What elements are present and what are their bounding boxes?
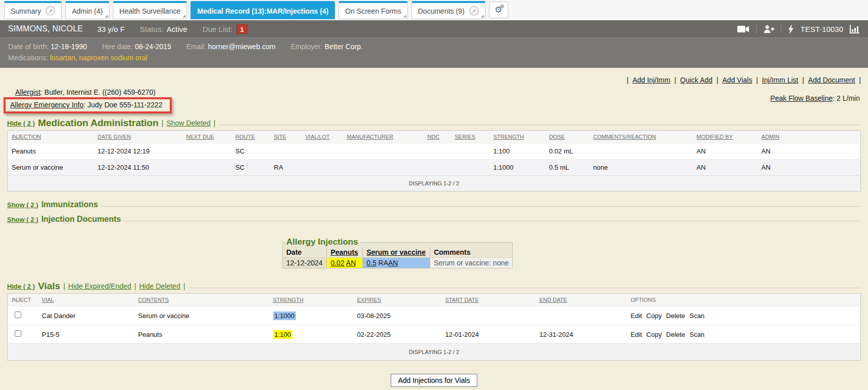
col-next-due[interactable]: NEXT DUE (182, 131, 232, 143)
col-vial-lot[interactable]: VIAL/LOT (301, 131, 343, 143)
copy-link[interactable]: Copy (647, 331, 662, 338)
cell-series (451, 160, 489, 176)
col-inject: INJECT (8, 294, 38, 306)
tab-medical-record-active[interactable]: Medical Record (13):MAR/Injections (4) (191, 1, 335, 19)
serum-column-link[interactable]: Serum or vaccine (366, 248, 426, 256)
bar-chart-icon[interactable] (850, 25, 860, 33)
table-row[interactable]: Serum or vaccine 12-12-2024 11:50 SC RA … (8, 160, 861, 176)
allergy-info-row: Allergist: Butler, Internist E. ((260) 4… (0, 88, 868, 113)
pipe-separator: | (756, 76, 758, 84)
popout-icon[interactable]: ↗ (46, 6, 55, 16)
show-deleted-link[interactable]: Show Deleted (166, 119, 210, 127)
col-series[interactable]: SERIES (451, 131, 489, 143)
copy-link[interactable]: Copy (647, 312, 662, 320)
hide-expired-ended-link[interactable]: Hide Expired/Ended (68, 282, 132, 290)
medication-link-losartan[interactable]: losartan (50, 54, 75, 62)
pipe-separator: | (802, 76, 804, 84)
serum-dose-link[interactable]: 0.5 (366, 259, 376, 267)
medication-administration-section-header: Hide ( 2 ) Medication Administration | S… (7, 118, 861, 129)
popout-icon[interactable]: ↗ (469, 6, 479, 16)
inj-imm-list-link[interactable]: Inj/Imm List (762, 76, 799, 84)
pipe-separator: | (214, 119, 216, 127)
col-ndc[interactable]: NDC (424, 131, 451, 143)
col-expires[interactable]: EXPIRES (353, 294, 441, 306)
add-person-icon[interactable] (763, 25, 774, 33)
show-immunizations-link[interactable]: Show ( 2 ) (7, 201, 38, 209)
peak-flow-baseline-link[interactable]: Peak Flow Baseline (770, 94, 833, 102)
col-contents[interactable]: CONTENTS (134, 294, 269, 306)
video-camera-icon[interactable] (737, 25, 749, 33)
edit-link[interactable]: Edit (631, 312, 642, 320)
allergy-injections-header-row: Date Peanuts Serum or vaccine Comments (283, 247, 512, 258)
show-injection-documents-link[interactable]: Show ( 2 ) (7, 216, 38, 223)
tab-summary[interactable]: Summary ↗ (4, 1, 62, 19)
cell-modified-by: AN (693, 160, 758, 176)
hide-vials-link[interactable]: Hide ( 2 ) (7, 283, 35, 290)
col-route[interactable]: ROUTE (232, 131, 270, 143)
lightning-bolt-icon[interactable] (788, 24, 794, 34)
cell-strength: 1:1000 (269, 306, 353, 325)
col-comments-reaction[interactable]: COMMENTS/REACTION (589, 131, 693, 143)
scan-link[interactable]: Scan (690, 331, 705, 338)
delete-link[interactable]: Delete (666, 312, 686, 320)
dob-label: Date of birth: (8, 43, 49, 51)
hide-medication-administration-link[interactable]: Hide ( 2 ) (7, 120, 35, 127)
serum-admin-link[interactable]: AN (388, 259, 398, 267)
pipe-separator: | (859, 76, 861, 84)
col-modified-by[interactable]: MODIFIED BY (693, 131, 758, 143)
col-start-date[interactable]: START DATE (441, 294, 536, 306)
inject-checkbox[interactable] (15, 311, 21, 318)
add-document-link[interactable]: Add Document (808, 76, 855, 84)
gear-small-icon: ⚙ (500, 4, 505, 9)
inject-checkbox[interactable] (15, 330, 21, 337)
cell-next-due (182, 143, 232, 160)
allergy-emergency-annotation-box: Allergy Emergency Info: Judy Doe 555-111… (4, 97, 172, 113)
edit-link[interactable]: Edit (631, 331, 642, 338)
cell-date-given: 12-12-2024 11:50 (94, 160, 182, 176)
tab-health-surveillance[interactable]: Health Surveillance (113, 1, 187, 19)
cell-next-due (182, 160, 232, 176)
peanuts-admin-link[interactable]: AN (346, 259, 356, 267)
peanuts-dose-link[interactable]: 0.02 (330, 259, 344, 267)
col-vial[interactable]: VIAL (38, 294, 134, 306)
cell-admin: AN (758, 160, 861, 176)
dob-value: 12-18-1990 (51, 43, 87, 51)
patient-banner-row2: Date of birth: 12-18-1990 Hire date: 08-… (0, 37, 868, 68)
hide-deleted-link[interactable]: Hide Deleted (139, 282, 180, 290)
section-rule (218, 125, 861, 125)
settings-gear-button[interactable]: ⚙ ⚙ (489, 2, 508, 18)
col-strength[interactable]: STRENGTH (269, 294, 353, 306)
serum-site: RA (379, 259, 388, 267)
col-manufacturer[interactable]: MANUFACTURER (343, 131, 424, 143)
tab-documents[interactable]: Documents (9) ↗ (411, 1, 485, 19)
cell-options: Edit Copy Delete Scan (627, 325, 861, 344)
col-dose[interactable]: DOSE (545, 131, 589, 143)
col-injection[interactable]: INJECTION (8, 131, 94, 143)
cell-modified-by: AN (693, 143, 758, 160)
allergy-emergency-info-link[interactable]: Allergy Emergency Info (10, 101, 84, 109)
pipe-separator: | (716, 76, 719, 84)
tab-admin[interactable]: Admin (4) (65, 1, 109, 19)
cell-strength: 1:100 (489, 143, 545, 160)
cell-peanuts-dose: 0.02 AN (327, 258, 363, 268)
delete-link[interactable]: Delete (666, 331, 686, 338)
add-inj-imm-link[interactable]: Add Inj/Imm (632, 76, 670, 84)
quick-add-link[interactable]: Quick Add (680, 76, 712, 84)
col-end-date[interactable]: END DATE (536, 294, 627, 306)
add-injections-for-vials-button[interactable]: Add Injections for Vials (391, 374, 477, 387)
col-date-given[interactable]: DATE GIVEN (94, 131, 182, 143)
col-site[interactable]: SITE (270, 131, 301, 143)
scan-link[interactable]: Scan (690, 312, 705, 320)
footer-button-row: Add Injections for Vials (0, 374, 868, 387)
allergist-link[interactable]: Allergist (15, 88, 41, 96)
due-list-count-badge[interactable]: 1 (237, 24, 247, 34)
peanuts-column-link[interactable]: Peanuts (330, 248, 358, 256)
strength-highlight-blue: 1:1000 (273, 311, 296, 320)
col-strength[interactable]: STRENGTH (489, 131, 545, 143)
cell-route: SC (232, 160, 270, 176)
col-admin[interactable]: ADMIN (758, 131, 861, 143)
add-vials-link[interactable]: Add Vials (723, 76, 752, 84)
medication-link-naproxen[interactable]: naproxen sodium oral (79, 54, 147, 62)
table-row[interactable]: Peanuts 12-12-2024 12:19 SC 1:100 0.02 m… (8, 143, 861, 160)
tab-on-screen-forms[interactable]: On Screen Forms (338, 1, 407, 19)
